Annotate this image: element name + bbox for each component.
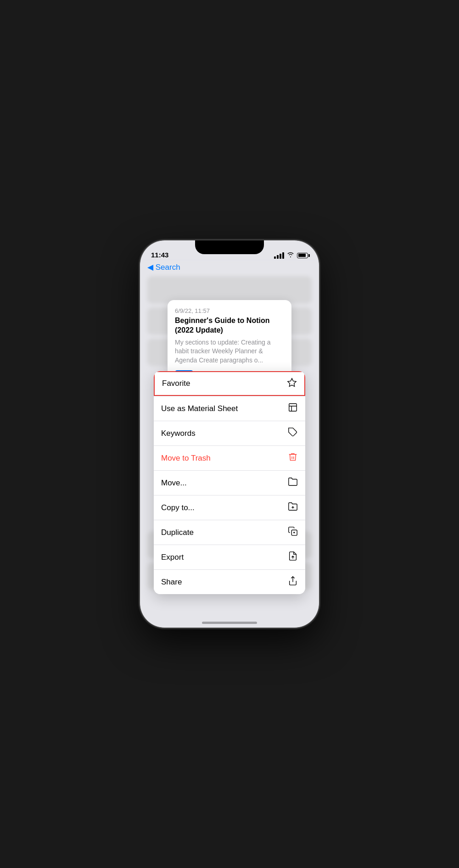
copy-to-icon [288,501,298,514]
battery-icon [297,253,308,258]
menu-label-move: Move... [161,479,187,488]
menu-label-share: Share [161,578,182,587]
note-preview: My sections to update: Creating a habit … [175,338,284,365]
menu-label-copy-to: Copy to... [161,503,195,512]
menu-item-share[interactable]: Share [154,569,305,594]
svg-marker-0 [288,378,296,386]
menu-item-move[interactable]: Move... [154,470,305,495]
signal-icon [274,252,284,259]
status-icons [274,252,308,260]
phone-screen: 11:43 [140,240,319,628]
back-navigation[interactable]: ◀ Search [147,262,180,272]
menu-label-material-sheet: Use as Material Sheet [161,404,238,413]
menu-item-export[interactable]: Export [154,545,305,569]
notch [195,240,264,254]
menu-item-duplicate[interactable]: Duplicate [154,520,305,545]
move-icon [288,477,298,489]
menu-item-copy-to[interactable]: Copy to... [154,495,305,520]
share-icon [288,576,298,588]
wifi-icon [287,252,294,259]
menu-label-keywords: Keywords [161,429,196,438]
duplicate-icon [288,526,298,539]
note-title: Beginner's Guide to Notion (2022 Update) [175,316,284,335]
menu-label-export: Export [161,553,184,562]
keywords-icon [288,427,298,440]
menu-item-move-trash[interactable]: Move to Trash [154,445,305,470]
favorite-icon [287,378,297,390]
status-time: 11:43 [151,251,168,260]
back-label[interactable]: ◀ Search [147,262,180,272]
menu-item-keywords[interactable]: Keywords [154,421,305,445]
svg-rect-1 [289,404,297,412]
phone-frame: 11:43 [140,240,319,628]
menu-label-move-trash: Move to Trash [161,454,211,463]
export-icon [288,551,298,563]
note-date: 6/9/22, 11:57 [175,307,284,314]
trash-icon [288,452,298,464]
context-menu: Favorite Use as Material Sheet [154,371,305,594]
material-sheet-icon [288,402,298,415]
home-indicator [202,622,257,624]
menu-label-favorite: Favorite [162,379,190,388]
menu-item-material-sheet[interactable]: Use as Material Sheet [154,396,305,421]
menu-label-duplicate: Duplicate [161,528,194,537]
menu-item-favorite[interactable]: Favorite [154,371,305,396]
